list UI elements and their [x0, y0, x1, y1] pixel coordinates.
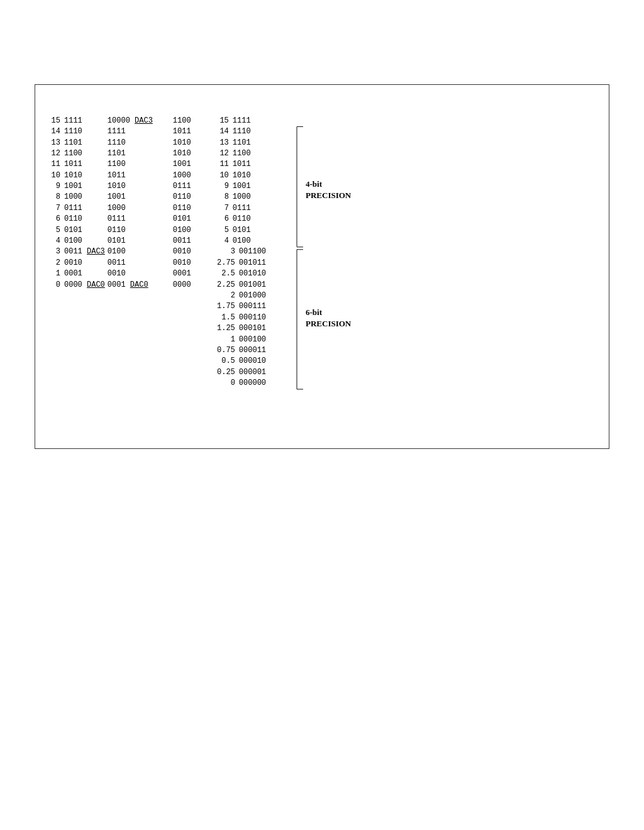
table-row: 10001	[47, 268, 105, 279]
table-row: 2.25001001	[215, 280, 291, 290]
table-row: 1011	[108, 170, 164, 181]
table-row: 0110	[108, 225, 164, 236]
table-row: 151111	[215, 116, 291, 126]
table-row: 141110	[215, 126, 291, 137]
table-row: 2.5001010	[215, 268, 291, 279]
table-row: 1010	[173, 148, 208, 159]
table-row: 40100	[215, 236, 291, 246]
table-row: 1.5000110	[215, 313, 291, 323]
table-row: 30011 DAC3	[47, 246, 105, 257]
table-row: 0101	[173, 214, 208, 224]
table-row: 1110	[108, 138, 164, 148]
table-row: 1010	[108, 181, 164, 192]
table-row: 0011	[173, 236, 208, 246]
svg-text:6-bit: 6-bit	[306, 307, 323, 317]
table-row: 1001	[108, 192, 164, 202]
table-row: 81000	[47, 192, 105, 202]
table-row: 101010	[47, 170, 105, 181]
table-row: 0100	[173, 225, 208, 236]
svg-text:PRECISION: PRECISION	[306, 318, 352, 328]
table-row: 131101	[47, 138, 105, 148]
table-row: 1001	[173, 159, 208, 170]
table-row: 20010	[47, 258, 105, 268]
table-row: 3001100	[215, 246, 291, 257]
col-d-formula: 1100101110101010100110000111011001100101…	[173, 116, 208, 290]
table-row: 1100	[108, 159, 164, 170]
table-row: 0010	[108, 268, 164, 279]
table-row: 10000 DAC3	[108, 116, 164, 126]
table-row: 0010	[173, 246, 208, 257]
table-row: 111011	[47, 159, 105, 170]
table-row: 70111	[47, 203, 105, 214]
table-row: 0.75000011	[215, 345, 291, 356]
table-row: 1010	[173, 138, 208, 148]
diagram-box: 1511111411101311011211001110111010109100…	[35, 84, 609, 449]
table-row: 91001	[47, 181, 105, 192]
table-row: 2.75001011	[215, 258, 291, 268]
table-row: 2001000	[215, 290, 291, 301]
table-row: 0111	[108, 214, 164, 224]
table-row: 121100	[215, 148, 291, 159]
table-row: 151111	[47, 116, 105, 126]
table-row: 1.25000101	[215, 323, 291, 334]
table-row: 0001 DAC0	[108, 280, 164, 290]
table-row: 0110	[173, 203, 208, 214]
table-row: 0110	[173, 192, 208, 202]
col-right: 1511111411101311011211001110111010109100…	[215, 116, 291, 389]
table-row: 0111	[173, 181, 208, 192]
table-row: 0010	[173, 258, 208, 268]
bracket-area: 4-bit PRECISION 6-bit PRECISION	[294, 116, 351, 396]
table-row: 121100	[47, 148, 105, 159]
col-without-amp: 1511111411101311011211001110111010109100…	[47, 116, 105, 290]
table-row: 00000 DAC0	[47, 280, 105, 290]
table-row: 1101	[108, 148, 164, 159]
table-row: 0011	[108, 258, 164, 268]
table-row: 1.75000111	[215, 301, 291, 312]
table-row: 0101	[108, 236, 164, 246]
table-row: 50101	[215, 225, 291, 236]
table-row: 60110	[215, 214, 291, 224]
table-row: 1000	[108, 203, 164, 214]
col-x5amp: 10000 DAC3111111101101110010111010100110…	[108, 116, 164, 290]
table-row: 91001	[215, 181, 291, 192]
table-row: 111011	[215, 159, 291, 170]
diagram-caption	[47, 94, 597, 106]
table-row: 50101	[47, 225, 105, 236]
date-label	[318, 18, 326, 28]
table-row: 81000	[215, 192, 291, 202]
table-row: 0.5000010	[215, 356, 291, 367]
table-row: 0.25000001	[215, 367, 291, 378]
table-row: 0001	[173, 268, 208, 279]
table-row: 60110	[47, 214, 105, 224]
data-area: 1511111411101311011211001110111010109100…	[47, 116, 597, 396]
table-row: 1000100	[215, 335, 291, 345]
table-row: 1011	[173, 126, 208, 137]
table-row: 40100	[47, 236, 105, 246]
table-row: 0000	[173, 280, 208, 290]
svg-text:4-bit: 4-bit	[306, 179, 323, 189]
table-row: 0000000	[215, 378, 291, 389]
table-row: 1111	[108, 126, 164, 137]
table-row: 70111	[215, 203, 291, 214]
svg-text:PRECISION: PRECISION	[306, 190, 352, 199]
table-row: 0100	[108, 246, 164, 257]
table-row: 1100	[173, 116, 208, 126]
table-row: 131101	[215, 138, 291, 148]
page-header	[0, 0, 644, 28]
table-row: 101010	[215, 170, 291, 181]
table-row: 141110	[47, 126, 105, 137]
table-row: 1000	[173, 170, 208, 181]
